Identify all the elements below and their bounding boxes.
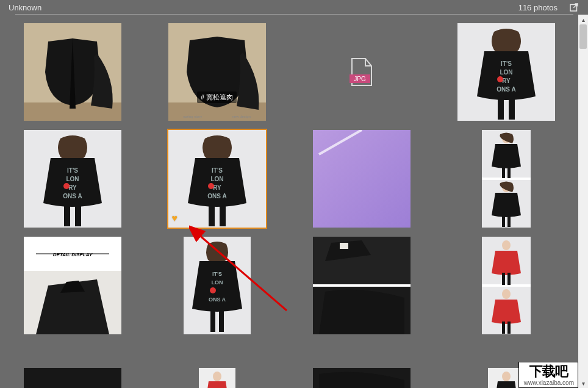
watermark-url: www.xiazaiba.com <box>524 379 574 386</box>
header-bar: Unknown 116 photos <box>0 0 588 15</box>
svg-text:LON: LON <box>211 279 223 286</box>
thumbnail-label: DETAIL DISPLAY <box>52 252 92 257</box>
svg-rect-42 <box>502 215 505 227</box>
svg-point-54 <box>210 287 216 293</box>
svg-point-70 <box>213 372 221 381</box>
svg-point-32 <box>208 183 214 189</box>
svg-text:IT'S: IT'S <box>212 271 221 277</box>
thumbnail-grid: # 宽松遮肉 spring storynew design JPG <box>0 15 578 388</box>
svg-rect-8 <box>498 95 504 120</box>
scroll-down-button[interactable]: ▾ <box>578 378 588 388</box>
svg-text:RY: RY <box>68 184 77 191</box>
svg-point-23 <box>63 183 70 189</box>
svg-point-61 <box>502 240 511 250</box>
thumbnail[interactable]: IT'S LON RY ONS A <box>24 130 121 228</box>
thumbnail[interactable] <box>199 368 235 389</box>
svg-point-75 <box>502 372 511 381</box>
svg-rect-39 <box>502 166 505 178</box>
svg-text:LON: LON <box>500 69 512 76</box>
svg-rect-43 <box>507 215 511 227</box>
svg-text:IT'S: IT'S <box>212 167 223 174</box>
thumbnail[interactable] <box>313 130 411 228</box>
svg-text:IT'S: IT'S <box>501 60 512 67</box>
watermark: 下载吧 www.xiazaiba.com <box>518 362 578 388</box>
thumbnail[interactable]: # 宽松遮肉 spring storynew design <box>168 23 266 121</box>
thumbnail-selected[interactable]: IT'S LON RY ONS A ♥ <box>168 130 266 228</box>
vertical-scrollbar[interactable]: ▴ ▾ <box>578 15 588 388</box>
svg-rect-40 <box>507 166 511 178</box>
svg-rect-17 <box>64 202 70 226</box>
album-title: Unknown <box>9 3 41 12</box>
svg-rect-62 <box>502 273 505 285</box>
thumbnail[interactable]: JPG <box>313 23 411 121</box>
svg-text:ONS A: ONS A <box>63 193 82 199</box>
svg-rect-60 <box>482 284 531 287</box>
svg-rect-58 <box>340 243 348 249</box>
thumbnail[interactable] <box>482 130 531 228</box>
svg-text:LON: LON <box>210 176 223 182</box>
svg-rect-33 <box>313 130 411 228</box>
svg-rect-9 <box>509 95 515 120</box>
svg-rect-66 <box>507 322 511 334</box>
svg-rect-18 <box>75 202 81 226</box>
svg-text:LON: LON <box>66 176 79 182</box>
svg-rect-26 <box>209 202 215 226</box>
photo-count: 116 photos <box>518 3 558 12</box>
scroll-track[interactable] <box>578 24 588 378</box>
svg-point-64 <box>502 289 511 299</box>
scroll-up-button[interactable]: ▴ <box>578 15 588 24</box>
thumbnail[interactable]: IT'S LON RY ONS A <box>457 23 555 121</box>
favorite-icon[interactable]: ♥ <box>172 213 178 224</box>
svg-text:ONS A: ONS A <box>208 296 226 303</box>
thumbnail[interactable] <box>313 368 411 389</box>
svg-rect-67 <box>24 368 121 389</box>
thumbnail[interactable] <box>24 368 121 389</box>
thumbnail[interactable]: IT'S LON ONS A <box>168 237 266 334</box>
scroll-thumb[interactable] <box>579 24 587 49</box>
svg-rect-63 <box>507 273 511 285</box>
thumbnail[interactable] <box>313 237 411 334</box>
thumbnail[interactable] <box>24 23 121 121</box>
thumbnail[interactable] <box>482 237 531 334</box>
svg-rect-37 <box>482 178 531 180</box>
svg-rect-49 <box>210 307 215 332</box>
svg-text:RY: RY <box>502 77 511 84</box>
svg-rect-57 <box>313 284 411 287</box>
svg-rect-27 <box>220 202 226 226</box>
svg-text:RY: RY <box>213 184 221 191</box>
thumbnail-annotation: # 宽松遮肉 <box>197 92 237 103</box>
svg-rect-50 <box>219 307 224 332</box>
svg-text:ONS A: ONS A <box>207 193 226 199</box>
svg-text:IT'S: IT'S <box>67 167 78 174</box>
thumbnail[interactable]: DETAIL DISPLAY <box>24 237 121 334</box>
svg-text:ONS A: ONS A <box>497 86 515 93</box>
thumbnail-grid-area: # 宽松遮肉 spring storynew design JPG <box>0 15 578 388</box>
svg-point-14 <box>497 76 503 82</box>
svg-rect-65 <box>502 322 505 334</box>
watermark-logo: 下载吧 <box>529 365 568 378</box>
export-icon[interactable] <box>568 2 579 13</box>
file-type-label: JPG <box>354 76 366 82</box>
